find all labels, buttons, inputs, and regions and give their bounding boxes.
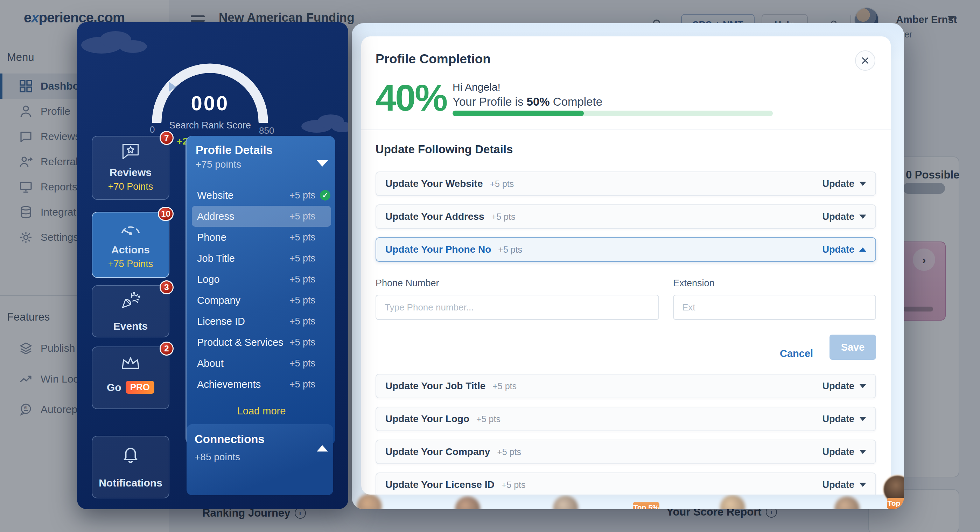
item-label: Website [197, 190, 290, 201]
profile-details-list: Website +5 pts ✓ Address +5 pts ✓ Phone … [192, 185, 331, 395]
item-label: About [197, 358, 290, 369]
update-button[interactable]: Update [822, 178, 854, 190]
caret-down-icon[interactable] [859, 417, 866, 421]
cancel-button[interactable]: Cancel [778, 341, 815, 366]
profile-details-title: Profile Details [196, 143, 273, 157]
item-label: Address [197, 211, 290, 222]
cloud-decoration [81, 28, 147, 54]
gauge-icon [119, 219, 142, 237]
phone-number-input[interactable] [375, 295, 659, 320]
completion-progressbar [453, 111, 773, 116]
gauge-min-label: 0 [150, 124, 155, 135]
review-chat-star-icon [120, 142, 142, 162]
top-5-badge: Top 5% [633, 502, 659, 509]
profile-details-panel: Profile Details +75 points Website +5 pt… [186, 136, 335, 445]
list-item[interactable]: Address +5 pts ✓ [192, 206, 331, 227]
item-label: License ID [197, 316, 290, 327]
tile-actions[interactable]: 10 Actions +75 Points [92, 212, 169, 278]
update-button[interactable]: Update [822, 244, 854, 255]
gauge-max-label: 850 [259, 125, 274, 136]
caret-down-icon[interactable] [859, 483, 866, 487]
score-popup: 000 Search Rank Score +25 pts • Good 0 8… [77, 22, 348, 509]
caret-down-icon[interactable] [859, 182, 866, 186]
section-title: Update Following Details [375, 143, 513, 156]
update-row[interactable]: Update Your Logo +5 pts Update [375, 407, 876, 431]
list-item[interactable]: Website +5 pts ✓ [192, 185, 331, 206]
update-button[interactable]: Update [822, 479, 854, 491]
modal-card: Profile Completion 40% Hi Angela! Your P… [361, 37, 891, 495]
item-points: +5 pts [290, 232, 315, 243]
update-button[interactable]: Update [822, 212, 854, 222]
update-row[interactable]: Update Your License ID +5 pts Update [375, 473, 876, 495]
item-points: +5 pts [290, 337, 315, 348]
tile-go-pro[interactable]: 2 GoPRO [92, 347, 169, 409]
bell-icon [121, 444, 140, 465]
completion-percent: 40% [375, 79, 447, 116]
item-points: +5 pts [290, 379, 315, 390]
connections-points: +85 points [195, 451, 240, 463]
update-row-phone[interactable]: Update Your Phone No +5 pts Update [375, 237, 876, 262]
update-row[interactable]: Update Your Company +5 pts Update [375, 440, 876, 464]
modal-title: Profile Completion [375, 52, 491, 67]
progress-fill [453, 111, 584, 116]
search-rank-score-value: 000 [158, 91, 262, 115]
list-item[interactable]: About +5 pts ✓ [192, 353, 331, 374]
caret-down-icon[interactable] [859, 450, 866, 454]
close-icon [861, 56, 870, 65]
actions-badge: 10 [158, 207, 173, 221]
load-more-link[interactable]: Load more [186, 405, 336, 417]
completion-text: Your Profile is 50% Complete [453, 95, 602, 108]
update-button[interactable]: Update [822, 447, 854, 457]
list-item[interactable]: Logo +5 pts ✓ [192, 269, 331, 290]
row-label: Update Your Phone No [385, 244, 491, 255]
update-row[interactable]: Update Your Address +5 pts Update [375, 204, 876, 229]
row-label: Update Your Company [385, 446, 490, 457]
list-item[interactable]: Achievements +5 pts ✓ [192, 374, 331, 395]
update-rows-top: Update Your Website +5 pts Update Update… [375, 172, 876, 237]
row-points: +5 pts [476, 414, 822, 424]
list-item[interactable]: Product & Services +5 pts ✓ [192, 332, 331, 353]
close-button[interactable] [855, 50, 875, 71]
cloud-decoration [301, 112, 348, 133]
events-badge: 3 [160, 280, 173, 294]
caret-down-icon[interactable] [859, 384, 866, 388]
phone-number-label: Phone Number [375, 278, 439, 289]
list-item[interactable]: Phone +5 pts ✓ [192, 227, 331, 248]
caret-up-icon[interactable] [859, 247, 866, 252]
crown-icon [120, 355, 142, 373]
party-popper-icon [120, 291, 141, 311]
update-button[interactable]: Update [822, 414, 854, 425]
update-button[interactable]: Update [822, 381, 854, 392]
collapse-caret-icon[interactable] [317, 160, 328, 167]
connections-panel[interactable]: Connections +85 points [186, 424, 333, 495]
list-item[interactable]: Company +5 pts ✓ [192, 290, 331, 311]
update-rows-bottom: Update Your Job Title +5 pts Update Upda… [375, 374, 876, 495]
list-item[interactable]: Job Title +5 pts ✓ [192, 248, 331, 269]
journey-avatar [356, 494, 382, 509]
tile-events[interactable]: 3 Events [92, 285, 169, 338]
item-label: Product & Services [197, 337, 290, 348]
list-item[interactable]: License ID +5 pts ✓ [192, 311, 331, 332]
row-points: +5 pts [497, 447, 822, 457]
item-points: +5 pts [290, 358, 315, 369]
tile-reviews[interactable]: 7 Reviews +70 Points [92, 136, 169, 200]
extension-input[interactable] [673, 295, 876, 320]
save-button[interactable]: Save [829, 334, 876, 360]
expand-caret-icon[interactable] [317, 445, 328, 451]
caret-down-icon[interactable] [859, 215, 866, 219]
item-points: +5 pts [290, 274, 315, 285]
greeting-text: Hi Angela! [453, 81, 501, 93]
profile-completion-modal: Profile Completion 40% Hi Angela! Your P… [352, 23, 904, 509]
row-label: Update Your Website [385, 178, 483, 190]
go-pro-badge: 2 [160, 342, 173, 355]
journey-avatar [834, 496, 860, 509]
item-points: +5 pts [290, 211, 315, 222]
tile-notifications[interactable]: Notifications [92, 436, 169, 499]
update-row-phone-wrap: Update Your Phone No +5 pts Update [375, 237, 876, 270]
extension-label: Extension [673, 278, 715, 289]
update-row[interactable]: Update Your Job Title +5 pts Update [375, 374, 876, 398]
update-row[interactable]: Update Your Website +5 pts Update [375, 172, 876, 196]
row-label: Update Your License ID [385, 479, 495, 491]
item-label: Logo [197, 274, 290, 285]
row-label: Update Your Address [385, 211, 484, 222]
